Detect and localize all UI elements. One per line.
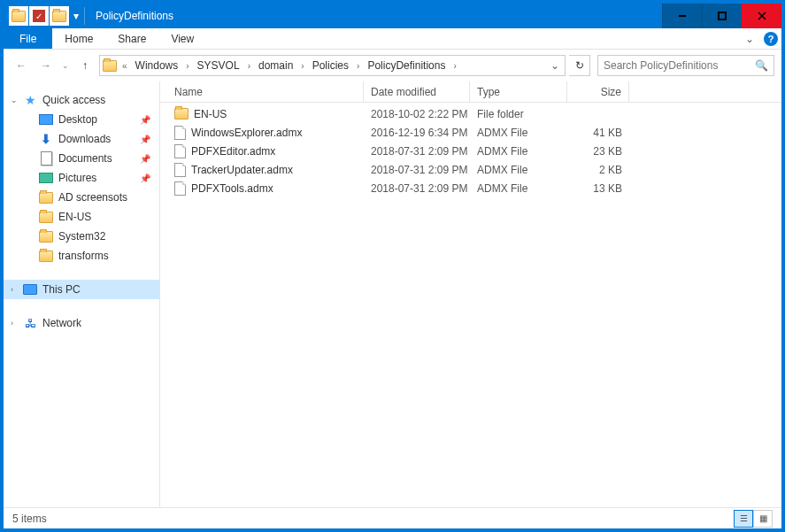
sidebar-item-label: This PC: [42, 283, 81, 296]
details-view-button[interactable]: ☰: [734, 510, 753, 528]
network-icon: 🖧: [23, 316, 37, 330]
chevron-right-icon[interactable]: ›: [183, 61, 191, 71]
list-item[interactable]: TrackerUpdater.admx2018-07-31 2:09 PMADM…: [160, 160, 781, 179]
qat-customize-icon[interactable]: ▾: [70, 6, 82, 26]
chevron-right-icon[interactable]: ›: [245, 61, 253, 71]
close-button[interactable]: [742, 4, 781, 28]
chevron-right-icon[interactable]: ›: [354, 61, 362, 71]
file-list: EN-US2018-10-02 2:22 PMFile folderWindow…: [160, 103, 781, 507]
sidebar-item-folder[interactable]: AD screensots: [4, 188, 159, 207]
sidebar-item-downloads[interactable]: ⬇ Downloads 📌: [4, 129, 159, 149]
item-count: 5 items: [12, 513, 47, 525]
breadcrumb[interactable]: PolicyDefinitions: [364, 56, 449, 75]
pc-icon: [23, 282, 37, 297]
pin-icon: 📌: [140, 173, 150, 183]
chevron-down-icon[interactable]: ⌄: [11, 96, 18, 104]
search-box[interactable]: 🔍: [597, 55, 774, 76]
list-item[interactable]: PDFXTools.admx2018-07-31 2:09 PMADMX Fil…: [160, 179, 781, 197]
breadcrumb[interactable]: Policies: [309, 56, 352, 75]
chevron-right-icon[interactable]: ›: [298, 61, 306, 71]
file-icon: [174, 163, 186, 177]
pin-icon: 📌: [140, 154, 150, 164]
chevron-right-icon[interactable]: ›: [11, 285, 13, 294]
sidebar-item-label: Documents: [58, 152, 112, 165]
maximize-button[interactable]: [702, 4, 742, 28]
column-headers: Name Date modified Type Size: [160, 81, 781, 103]
desktop-icon: [39, 112, 53, 127]
qat-folder-icon[interactable]: [9, 6, 28, 26]
sidebar-this-pc[interactable]: › This PC: [4, 280, 159, 299]
address-bar[interactable]: « Windows › SYSVOL › domain › Policies ›…: [99, 55, 566, 76]
sidebar-item-desktop[interactable]: Desktop 📌: [4, 110, 159, 129]
tab-view[interactable]: View: [158, 28, 206, 49]
up-button[interactable]: ↑: [74, 55, 96, 76]
folder-icon: [39, 229, 53, 243]
icons-view-button[interactable]: ▦: [753, 510, 773, 528]
navbar: ← → ⌄ ↑ « Windows › SYSVOL › domain › Po…: [4, 50, 781, 81]
file-date: 2018-10-02 2:22 PM: [364, 108, 470, 120]
sidebar-item-folder[interactable]: EN-US: [4, 207, 159, 227]
sidebar-item-folder[interactable]: transforms: [4, 246, 159, 266]
history-dropdown-icon[interactable]: ⌄: [60, 55, 71, 76]
chevron-icon[interactable]: «: [119, 61, 130, 71]
sidebar-item-label: Network: [42, 317, 81, 329]
qat-properties-icon[interactable]: ✓: [29, 6, 49, 26]
file-name: PDFXEditor.admx: [191, 145, 275, 158]
column-header-name[interactable]: Name: [167, 81, 364, 102]
list-item[interactable]: PDFXEditor.admx2018-07-31 2:09 PMADMX Fi…: [160, 142, 781, 160]
file-date: 2016-12-19 6:34 PM: [364, 127, 470, 139]
refresh-button[interactable]: ↻: [569, 55, 590, 76]
chevron-right-icon[interactable]: ›: [450, 61, 458, 71]
file-size: 41 KB: [567, 127, 629, 139]
column-header-size[interactable]: Size: [567, 81, 629, 102]
svg-rect-1: [719, 12, 726, 19]
tab-home[interactable]: Home: [52, 28, 105, 49]
file-name: TrackerUpdater.admx: [191, 164, 293, 176]
file-name: EN-US: [194, 108, 227, 120]
list-item[interactable]: WindowsExplorer.admx2016-12-19 6:34 PMAD…: [160, 123, 781, 142]
list-item[interactable]: EN-US2018-10-02 2:22 PMFile folder: [160, 104, 781, 123]
search-input[interactable]: [604, 59, 755, 72]
column-header-date[interactable]: Date modified: [364, 81, 470, 102]
file-type: ADMX File: [470, 182, 567, 195]
sidebar-item-documents[interactable]: Documents 📌: [4, 149, 159, 168]
file-date: 2018-07-31 2:09 PM: [364, 164, 470, 176]
file-icon: [174, 181, 186, 196]
breadcrumb[interactable]: SYSVOL: [194, 56, 243, 75]
navigation-pane: ⌄ ★ Quick access Desktop 📌 ⬇ Downloads 📌…: [4, 81, 160, 507]
minimize-button[interactable]: [662, 4, 702, 28]
folder-icon: [39, 190, 53, 204]
pin-icon: 📌: [140, 135, 150, 144]
file-size: 13 KB: [567, 182, 629, 195]
folder-icon: [174, 108, 189, 120]
pictures-icon: [39, 171, 53, 185]
file-icon: [174, 144, 186, 158]
file-icon: [174, 126, 186, 140]
column-header-type[interactable]: Type: [470, 81, 567, 102]
sidebar-network[interactable]: › 🖧 Network: [4, 313, 159, 333]
back-button[interactable]: ←: [11, 55, 32, 76]
content-pane: Name Date modified Type Size EN-US2018-1…: [160, 81, 781, 507]
qat-newfolder-icon[interactable]: [50, 6, 69, 26]
forward-button[interactable]: →: [35, 55, 57, 76]
search-icon[interactable]: 🔍: [755, 59, 768, 72]
sidebar-item-folder[interactable]: System32: [4, 227, 159, 246]
documents-icon: [39, 151, 53, 166]
file-tab[interactable]: File: [4, 28, 52, 49]
sidebar-item-label: EN-US: [58, 211, 91, 223]
help-button[interactable]: ?: [760, 28, 781, 49]
tab-share[interactable]: Share: [105, 28, 158, 49]
sidebar-quick-access[interactable]: ⌄ ★ Quick access: [4, 90, 159, 110]
address-dropdown-icon[interactable]: ⌄: [547, 59, 563, 72]
chevron-right-icon[interactable]: ›: [11, 319, 13, 328]
star-icon: ★: [23, 93, 37, 107]
sidebar-item-pictures[interactable]: Pictures 📌: [4, 168, 159, 188]
breadcrumb[interactable]: domain: [255, 56, 296, 75]
sidebar-item-label: AD screensots: [58, 191, 127, 204]
file-type: ADMX File: [470, 127, 567, 139]
breadcrumb[interactable]: Windows: [132, 56, 182, 75]
address-folder-icon: [102, 58, 118, 73]
file-type: ADMX File: [470, 164, 567, 176]
ribbon-expand-icon[interactable]: ⌄: [739, 28, 760, 49]
explorer-window: ✓ ▾ PolicyDefinitions File Home Share Vi…: [0, 0, 785, 532]
